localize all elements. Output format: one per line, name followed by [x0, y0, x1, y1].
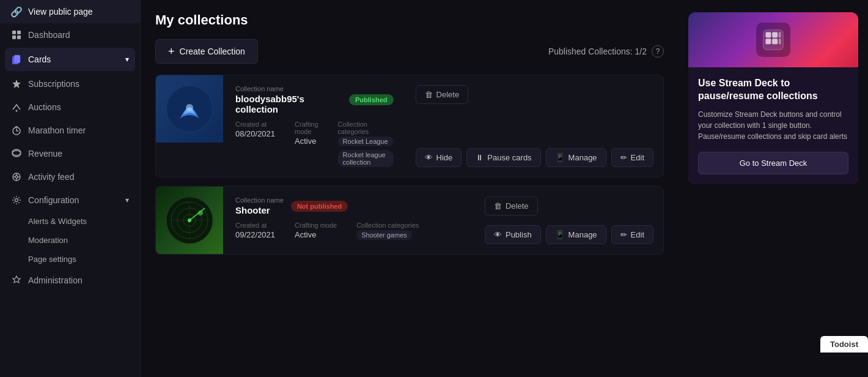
svg-rect-35 [772, 39, 778, 44]
svg-point-22 [186, 104, 193, 111]
plus-icon: + [168, 46, 175, 57]
sidebar-item-label: Auctions [28, 102, 61, 112]
timer-icon [11, 125, 22, 136]
delete-button-1[interactable]: 🗑 Delete [416, 85, 469, 104]
collection-thumbnail-2 [156, 187, 223, 254]
sidebar-item-moderation[interactable]: Moderation [0, 231, 140, 250]
sidebar-item-configuration[interactable]: Configuration ▾ [0, 188, 140, 212]
config-icon [11, 195, 22, 206]
sidebar-item-label: View public page [28, 7, 93, 17]
dashboard-icon [11, 29, 22, 40]
star-icon [11, 78, 22, 89]
action-buttons-1: 👁 Hide ⏸ Pause cards 📱 Manage ✏ Edit [416, 148, 653, 167]
crafting-mode-2: Crafting mode Active [295, 222, 337, 240]
published-info: Published Collections: 1/2 ? [548, 45, 664, 58]
crafting-mode-1: Crafting mode Active [295, 121, 318, 167]
collection-actions-2: 🗑 Delete 👁 Publish 📱 Manage ✏ Edit [475, 187, 663, 254]
sidebar: 🔗 View public page Dashboard Cards ▾ Sub… [0, 0, 141, 377]
collection-thumbnail-1 [156, 75, 223, 143]
svg-rect-33 [772, 32, 778, 37]
sidebar-item-administration[interactable]: Administration [0, 269, 140, 292]
sidebar-item-label: Moderation [28, 236, 68, 245]
go-to-stream-deck-button[interactable]: Go to Stream Deck [698, 152, 848, 174]
collection-card-1: Collection name bloodysabb95's collectio… [155, 75, 664, 177]
collection-meta-2: Created at 09/22/2021 Crafting mode Acti… [235, 222, 463, 240]
svg-rect-32 [765, 32, 771, 37]
todoist-tooltip: Todoist [820, 336, 868, 353]
auctions-icon [11, 102, 22, 113]
created-at-1: Created at 08/20/2021 [235, 121, 275, 167]
stream-deck-banner [688, 12, 858, 67]
sidebar-item-revenue[interactable]: Revenue [0, 142, 140, 165]
category-tag: Rocket League [338, 136, 393, 146]
publish-button-2[interactable]: 👁 Publish [485, 225, 541, 244]
svg-marker-6 [12, 80, 21, 88]
sidebar-item-page-settings[interactable]: Page settings [0, 250, 140, 269]
category-tag: Rocket league collection [338, 150, 394, 167]
collection-card-2: Collection name Shooter Not published Cr… [155, 186, 664, 255]
sidebar-item-label: Dashboard [28, 30, 70, 40]
stream-deck-description: Customize Stream Deck buttons and contro… [698, 109, 848, 142]
collection-header-2: Collection name Shooter Not published [235, 196, 463, 215]
manage-button-1[interactable]: 📱 Manage [546, 148, 606, 167]
categories-1: Collection categories Rocket League Rock… [338, 121, 394, 167]
chevron-down-icon: ▾ [125, 196, 129, 204]
sidebar-item-dashboard[interactable]: Dashboard [0, 23, 140, 47]
categories-tags-2: Shooter games [356, 230, 419, 240]
published-count: Published Collections: 1/2 [548, 47, 647, 56]
pause-cards-button-1[interactable]: ⏸ Pause cards [466, 148, 540, 167]
revenue-icon [11, 148, 22, 159]
categories-tags-1: Rocket League Rocket league collection [338, 136, 394, 167]
sidebar-item-label: Page settings [28, 255, 76, 264]
sidebar-item-view-public-page[interactable]: 🔗 View public page [0, 0, 140, 23]
svg-rect-34 [765, 39, 771, 44]
status-badge-1: Published [349, 94, 394, 105]
delete-button-2[interactable]: 🗑 Delete [485, 196, 538, 215]
eye-icon: 👁 [494, 230, 502, 239]
edit-button-1[interactable]: ✏ Edit [611, 148, 653, 167]
sidebar-item-marathon-timer[interactable]: Marathon timer [0, 119, 140, 142]
edit-button-2[interactable]: ✏ Edit [611, 225, 653, 244]
svg-point-7 [16, 110, 18, 112]
collection-name-label-1: Collection name bloodysabb95's collectio… [235, 85, 342, 114]
svg-point-30 [198, 211, 203, 215]
sidebar-item-subscriptions[interactable]: Subscriptions [0, 72, 140, 95]
svg-point-29 [188, 218, 191, 222]
pause-icon: ⏸ [476, 153, 484, 162]
cards-icon [11, 54, 22, 65]
sidebar-item-auctions[interactable]: Auctions [0, 95, 140, 119]
category-tag: Shooter games [356, 230, 412, 240]
categories-2: Collection categories Shooter games [356, 222, 419, 240]
svg-point-15 [15, 176, 18, 178]
svg-rect-2 [12, 35, 16, 39]
sidebar-item-label: Configuration [28, 195, 79, 205]
create-collection-button[interactable]: + Create Collection [155, 39, 258, 64]
right-panel: Use Stream Deck to pause/resume collecti… [679, 0, 868, 377]
sidebar-item-label: Marathon timer [28, 125, 86, 135]
stream-deck-card: Use Stream Deck to pause/resume collecti… [688, 12, 858, 184]
collection-header-1: Collection name bloodysabb95's collectio… [235, 85, 394, 114]
eye-icon: 👁 [425, 153, 433, 162]
created-at-2: Created at 09/22/2021 [235, 222, 275, 240]
link-icon: 🔗 [11, 6, 22, 17]
edit-icon: ✏ [620, 153, 627, 162]
create-collection-label: Create Collection [180, 47, 245, 56]
svg-rect-5 [14, 55, 20, 63]
sidebar-item-alerts-widgets[interactable]: Alerts & Widgets [0, 212, 140, 231]
sidebar-item-cards[interactable]: Cards ▾ [5, 48, 135, 71]
main-content: My collections + Create Collection Publi… [141, 0, 679, 377]
collection-info-1: Collection name bloodysabb95's collectio… [223, 75, 406, 177]
collection-meta-1: Created at 08/20/2021 Crafting mode Acti… [235, 121, 394, 167]
manage-icon: 📱 [555, 153, 565, 162]
edit-icon: ✏ [620, 230, 627, 239]
status-badge-2: Not published [291, 201, 348, 212]
admin-icon [11, 275, 22, 286]
manage-button-2[interactable]: 📱 Manage [546, 225, 606, 244]
stream-deck-body: Use Stream Deck to pause/resume collecti… [688, 67, 858, 184]
help-icon[interactable]: ? [652, 45, 664, 58]
stream-deck-title: Use Stream Deck to pause/resume collecti… [698, 77, 848, 103]
svg-rect-1 [17, 31, 21, 34]
chevron-down-icon: ▾ [125, 55, 129, 64]
hide-button-1[interactable]: 👁 Hide [416, 148, 462, 167]
sidebar-item-activity-feed[interactable]: Activity feed [0, 165, 140, 188]
